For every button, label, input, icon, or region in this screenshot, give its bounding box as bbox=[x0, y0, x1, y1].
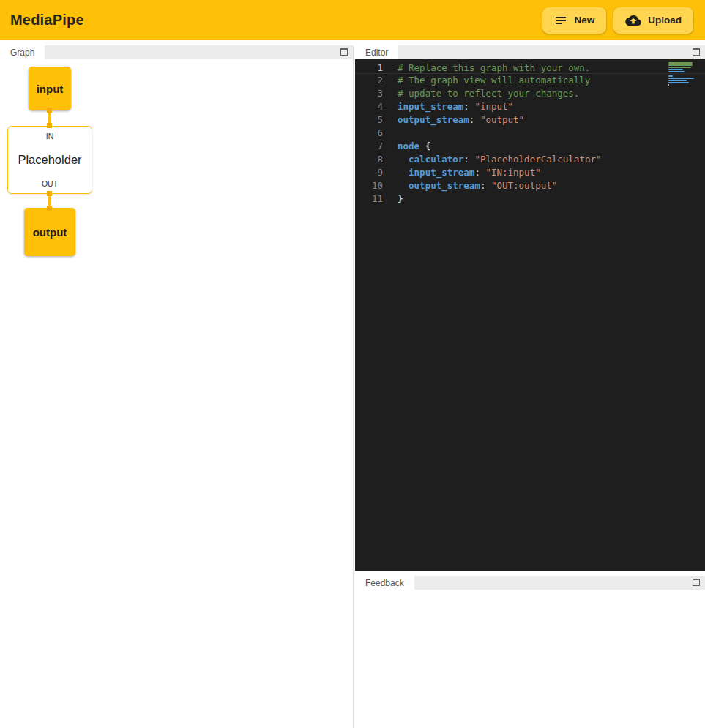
feedback-panel-tabs: Feedback bbox=[355, 576, 705, 590]
code-line[interactable]: 3# update to reflect your changes. bbox=[355, 87, 705, 100]
line-number: 4 bbox=[355, 100, 398, 113]
header-actions: New Upload bbox=[542, 7, 695, 34]
line-number: 2 bbox=[355, 74, 398, 87]
graph-node-input[interactable]: input bbox=[29, 67, 71, 110]
new-list-icon bbox=[554, 14, 567, 27]
edge-connector-dot bbox=[47, 108, 52, 113]
editor-minimap[interactable] bbox=[668, 62, 695, 86]
code-line[interactable]: 2# The graph view will automatically bbox=[355, 74, 705, 87]
cloud-upload-icon bbox=[625, 15, 641, 26]
tab-feedback[interactable]: Feedback bbox=[355, 576, 414, 590]
code-line[interactable]: 11} bbox=[355, 192, 705, 206]
edge-connector-dot bbox=[47, 206, 52, 211]
tab-editor[interactable]: Editor bbox=[355, 45, 398, 59]
edge-connector-dot bbox=[47, 123, 52, 128]
editor-panel-tabs: Editor bbox=[355, 45, 705, 59]
code-line[interactable]: 10 output_stream: "OUT:output" bbox=[355, 179, 705, 192]
code-line[interactable]: 4input_stream: "input" bbox=[355, 100, 705, 113]
placeholder-node-title: Placeholder bbox=[18, 153, 81, 167]
code-line[interactable]: 7node { bbox=[355, 140, 705, 153]
line-number: 10 bbox=[355, 179, 398, 192]
tab-graph[interactable]: Graph bbox=[0, 45, 45, 59]
line-number: 6 bbox=[355, 127, 398, 140]
upload-button-label: Upload bbox=[648, 15, 682, 26]
line-number: 9 bbox=[355, 166, 398, 179]
placeholder-in-port: IN bbox=[46, 132, 54, 140]
editor-popout-icon[interactable] bbox=[693, 48, 700, 56]
app-title: MediaPipe bbox=[10, 12, 84, 29]
feedback-popout-icon[interactable] bbox=[693, 579, 700, 586]
right-column: Editor 1# Replace this graph with your o… bbox=[355, 45, 705, 728]
edge-connector-dot bbox=[47, 191, 52, 196]
graph-node-output[interactable]: output bbox=[24, 208, 75, 256]
feedback-body[interactable] bbox=[355, 590, 705, 728]
line-number: 5 bbox=[355, 113, 398, 127]
graph-panel: Graph input IN Placeholder OUT output bbox=[0, 45, 354, 728]
code-lines: 1# Replace this graph with your own.2# T… bbox=[355, 61, 705, 206]
code-line[interactable]: 1# Replace this graph with your own. bbox=[355, 61, 705, 74]
line-number: 8 bbox=[355, 153, 398, 166]
code-line[interactable]: 9 input_stream: "IN:input" bbox=[355, 166, 705, 179]
upload-button[interactable]: Upload bbox=[613, 7, 693, 34]
app-header: MediaPipe New Upload bbox=[0, 0, 705, 40]
graph-node-placeholder[interactable]: IN Placeholder OUT bbox=[7, 126, 92, 194]
code-editor[interactable]: 1# Replace this graph with your own.2# T… bbox=[355, 59, 705, 571]
graph-popout-icon[interactable] bbox=[340, 48, 348, 56]
placeholder-out-port: OUT bbox=[42, 179, 58, 188]
new-button-label: New bbox=[574, 15, 594, 26]
code-line[interactable]: 6 bbox=[355, 127, 705, 140]
code-line[interactable]: 8 calculator: "PlaceholderCalculator" bbox=[355, 153, 705, 166]
new-button[interactable]: New bbox=[542, 7, 606, 34]
feedback-panel: Feedback bbox=[355, 576, 705, 728]
line-number: 7 bbox=[355, 140, 398, 153]
line-number: 3 bbox=[355, 87, 398, 100]
line-number: 11 bbox=[355, 192, 398, 206]
code-line[interactable]: 5output_stream: "output" bbox=[355, 113, 705, 127]
graph-canvas[interactable]: input IN Placeholder OUT output bbox=[0, 59, 353, 728]
graph-panel-tabs: Graph bbox=[0, 45, 353, 59]
editor-panel: Editor 1# Replace this graph with your o… bbox=[355, 45, 705, 571]
main-layout: Graph input IN Placeholder OUT output Ed… bbox=[0, 45, 705, 728]
line-number: 1 bbox=[355, 61, 398, 73]
